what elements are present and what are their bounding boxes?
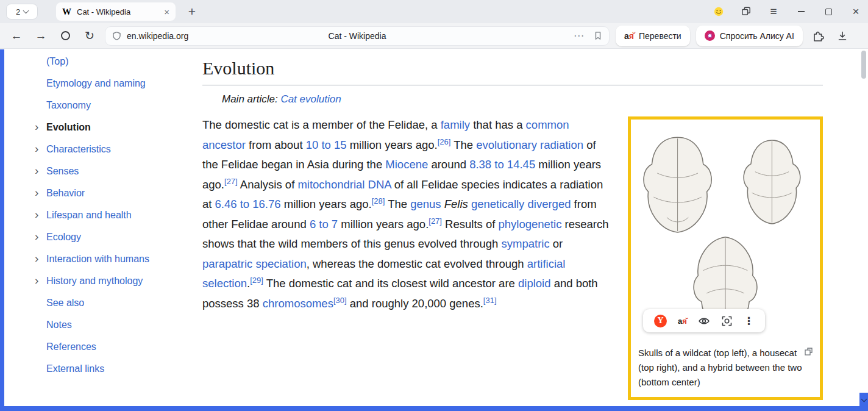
toc-item[interactable]: ›History and mythology: [4, 270, 202, 292]
download-icon: [837, 30, 848, 41]
reference-link[interactable]: [30]: [333, 295, 347, 304]
article-link[interactable]: family: [441, 118, 470, 131]
alice-icon: [705, 30, 715, 41]
profile-avatar[interactable]: [714, 7, 724, 16]
article-link[interactable]: phylogenetic: [499, 218, 562, 231]
image-action-bar: Y ая̆ ⋮: [643, 309, 765, 332]
section-heading: Evolution: [202, 49, 823, 85]
chevron-right-icon[interactable]: ›: [35, 252, 38, 265]
table-of-contents: (Top)Etymology and namingTaxonomy›Evolut…: [4, 51, 202, 380]
toc-item-label: Etymology and naming: [46, 78, 146, 89]
article-link[interactable]: parapatric: [202, 257, 252, 270]
translate-button[interactable]: ая̆ Перевести: [616, 26, 690, 46]
address-bar[interactable]: en.wikipedia.org Cat - Wikipedia ⋯: [105, 26, 610, 46]
toc-item[interactable]: See also: [4, 292, 202, 314]
reference-link[interactable]: [26]: [438, 137, 451, 146]
scrollbar[interactable]: [859, 49, 868, 406]
toc-item[interactable]: External links: [4, 358, 202, 380]
paragraph-text: that has a: [470, 118, 526, 131]
side-panel-icon[interactable]: [741, 7, 751, 16]
reference-link[interactable]: [27]: [429, 216, 442, 225]
minimize-button[interactable]: [796, 7, 806, 16]
chevron-right-icon[interactable]: ›: [35, 208, 38, 221]
chevron-right-icon[interactable]: ›: [35, 186, 38, 199]
new-tab-button[interactable]: +: [184, 4, 200, 19]
paragraph-text: The domestic cat and its closest wild an…: [263, 277, 518, 290]
article-link[interactable]: diploid: [518, 277, 551, 290]
chevron-right-icon[interactable]: ›: [35, 230, 38, 243]
toc-item-label: Notes: [46, 320, 72, 331]
toc-item[interactable]: ›Lifespan and health: [4, 204, 202, 226]
article-link[interactable]: 10 to 15: [306, 138, 347, 151]
toc-item[interactable]: References: [4, 336, 202, 358]
article-link[interactable]: chromosomes: [263, 297, 333, 310]
reference-link[interactable]: [31]: [483, 295, 497, 304]
yandex-search-icon[interactable]: Y: [654, 315, 667, 327]
cat-skulls-drawing: [636, 124, 815, 341]
ask-alice-button[interactable]: Спросить Алису AI: [696, 26, 803, 46]
skulls-figure[interactable]: Y ая̆ ⋮: [628, 116, 823, 400]
article-link[interactable]: genetically diverged: [471, 198, 571, 210]
article-link[interactable]: Miocene: [385, 158, 428, 171]
site-more-icon[interactable]: ⋯: [574, 29, 585, 42]
tab-list-button[interactable]: 2: [6, 4, 38, 20]
forward-button[interactable]: →: [32, 27, 50, 45]
reference-link[interactable]: [27]: [224, 176, 238, 185]
article-link[interactable]: speciation: [255, 257, 306, 270]
article-link[interactable]: sympatric: [502, 237, 550, 250]
paragraph-text: , whereas the domestic cat evolved throu…: [307, 257, 527, 270]
toc-item[interactable]: ›Characteristics: [4, 138, 202, 160]
article-link[interactable]: 6.46 to 16.76: [215, 198, 281, 210]
hatnote-link[interactable]: Cat evolution: [280, 93, 341, 105]
back-button[interactable]: ←: [7, 27, 26, 45]
image-search-icon[interactable]: [721, 315, 733, 327]
toc-item[interactable]: Taxonomy: [4, 95, 202, 116]
ask-alice-label: Спросить Алису AI: [720, 31, 794, 41]
reload-button[interactable]: ↻: [80, 27, 99, 45]
kebab-menu-icon[interactable]: ⋮: [744, 315, 754, 327]
toc-item-label: Interaction with humans: [46, 254, 149, 265]
toc-item[interactable]: Etymology and naming: [4, 73, 202, 95]
toc-item-label: (Top): [46, 56, 68, 67]
toc-item[interactable]: ›Ecology: [4, 226, 202, 248]
enlarge-icon[interactable]: [805, 348, 813, 356]
translate-image-icon[interactable]: ая̆: [678, 316, 687, 326]
bookmark-icon[interactable]: [593, 30, 603, 41]
window-accent-border-left: [0, 49, 4, 411]
figure-caption: Skulls of a wildcat (top left), a housec…: [631, 341, 820, 397]
chevron-right-icon[interactable]: ›: [35, 120, 38, 134]
window-close-button[interactable]: ×: [851, 7, 861, 16]
scroll-down-button[interactable]: [859, 393, 868, 406]
translate-icon: ая̆: [624, 31, 634, 41]
yandex-home-button[interactable]: [56, 27, 74, 45]
toc-item-label: References: [46, 341, 96, 352]
browser-tab[interactable]: W Cat - Wikipedia ×: [56, 2, 176, 21]
toc-item-label: Lifespan and health: [46, 210, 132, 221]
extensions-button[interactable]: [809, 27, 827, 45]
downloads-button[interactable]: [833, 27, 852, 45]
chevron-right-icon[interactable]: ›: [35, 142, 38, 155]
article-link[interactable]: 6 to 7: [310, 218, 338, 231]
toc-item[interactable]: ›Senses: [4, 160, 202, 182]
toc-item[interactable]: (Top): [4, 51, 202, 73]
toc-item[interactable]: Notes: [4, 314, 202, 336]
eye-icon[interactable]: [698, 316, 710, 326]
protect-shield-icon: [112, 30, 122, 41]
skulls-image[interactable]: Y ая̆ ⋮: [636, 124, 815, 341]
tab-close-icon[interactable]: ×: [164, 7, 169, 17]
article-link[interactable]: 8.38 to 14.45: [469, 158, 535, 171]
toc-item[interactable]: ›Evolution: [4, 116, 202, 138]
scrollbar-thumb[interactable]: [861, 51, 866, 79]
toc-item[interactable]: ›Behavior: [4, 182, 202, 204]
maximize-button[interactable]: [824, 7, 833, 16]
article-link[interactable]: genus: [410, 198, 441, 210]
menu-icon[interactable]: ≡: [769, 7, 778, 16]
chevron-right-icon[interactable]: ›: [35, 164, 38, 177]
toc-item[interactable]: ›Interaction with humans: [4, 248, 202, 270]
article-link[interactable]: mitochondrial DNA: [297, 178, 391, 191]
reference-link[interactable]: [29]: [250, 276, 263, 285]
minimize-icon: [798, 11, 805, 12]
article-link[interactable]: evolutionary radiation: [476, 138, 583, 151]
reference-link[interactable]: [28]: [372, 196, 385, 206]
chevron-right-icon[interactable]: ›: [35, 274, 38, 287]
